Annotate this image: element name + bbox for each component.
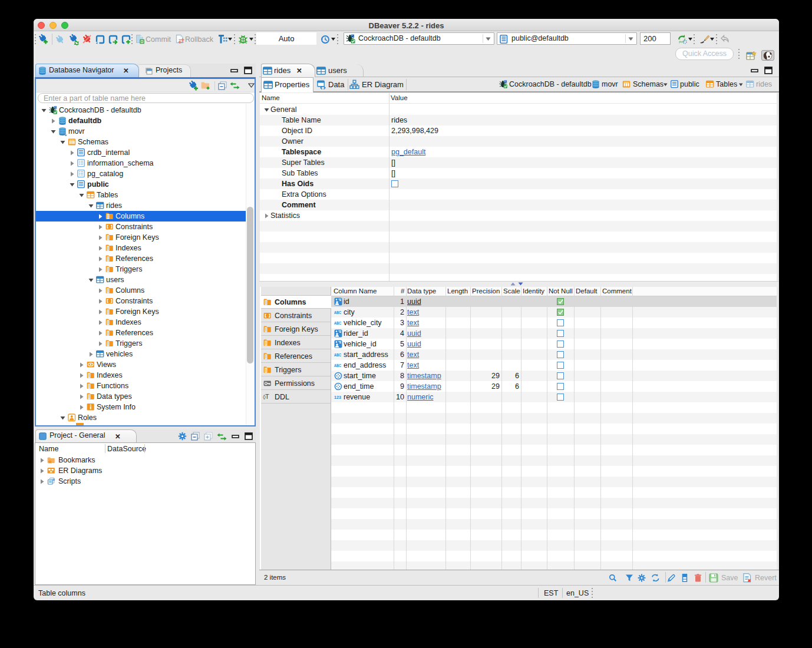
svg-text:ABC: ABC	[334, 353, 341, 357]
svg-text:ABC: ABC	[334, 321, 341, 325]
svg-text:ABC: ABC	[334, 363, 341, 368]
svg-text:123: 123	[334, 395, 341, 399]
svg-text:ABC: ABC	[334, 310, 341, 315]
